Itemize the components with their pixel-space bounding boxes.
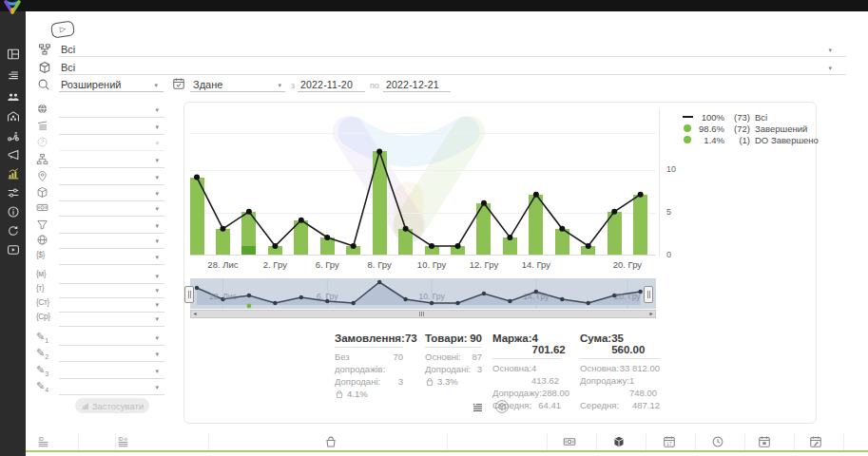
stat-subrow: Допродані:3 xyxy=(425,363,482,375)
side-filter-select[interactable]: ▾ xyxy=(59,283,164,298)
legend-count: (1) xyxy=(724,135,750,145)
banknote-icon xyxy=(36,201,48,214)
stat-header-value: 73 xyxy=(405,332,417,344)
stat-header: Маржа:4 701.62 xyxy=(492,332,561,359)
stat-column-4: Сума:35 560.00Основна:33 812.00Допродажу… xyxy=(580,332,660,411)
scroll-right-arrow-icon[interactable]: ▸ xyxy=(646,310,656,318)
sidebar-item-orders[interactable] xyxy=(0,67,26,85)
sidebar-item-info[interactable] xyxy=(0,203,26,220)
side-filter-select[interactable]: ▾ xyxy=(59,312,164,327)
stat-subrow-value: 3 xyxy=(477,363,482,375)
navigator-chart[interactable]: 28. Лис6. Гру10. Гру14. Гру20. Гру xyxy=(190,278,656,309)
chevron-down-icon: ▾ xyxy=(155,384,159,390)
stat-subrow-value: 3 xyxy=(398,375,403,388)
side-filter-select[interactable]: ▾ xyxy=(59,153,164,168)
date-from-input[interactable]: 2022-11-20 xyxy=(298,78,365,92)
stat-header: Сума:35 560.00 xyxy=(580,332,660,359)
sidebar-item-marketing[interactable] xyxy=(0,146,26,163)
column-separator xyxy=(115,433,116,450)
underline xyxy=(383,90,451,92)
chevron-down-icon: ▾ xyxy=(828,65,832,71)
brand-logo-icon[interactable] xyxy=(3,0,22,15)
stat-subrow-label: Основна: xyxy=(492,362,531,387)
date-type-value: Здане xyxy=(193,79,222,90)
filter-row-1-select[interactable]: Всі ▾ xyxy=(59,43,846,57)
side-filter-row-8: ▾ xyxy=(34,218,167,235)
chart-axis-line xyxy=(659,109,660,256)
sidebar-item-analytics[interactable] xyxy=(0,165,26,182)
stat-header: Замовлення:73 xyxy=(335,332,403,348)
video-tutorial-button[interactable]: ▷ xyxy=(50,20,75,38)
bar-segment-do xyxy=(241,246,256,255)
side-filter-select[interactable]: ▾ xyxy=(59,364,164,379)
legend-item[interactable]: 100%(73)Всі xyxy=(681,111,767,123)
underline xyxy=(59,73,846,75)
column-separator xyxy=(744,433,745,450)
side-filter-select[interactable]: ▾ xyxy=(59,186,164,201)
sidebar-item-warehouse[interactable] xyxy=(0,108,26,125)
chevron-down-icon: ▾ xyxy=(155,140,159,146)
navigator-left-handle[interactable] xyxy=(184,286,194,303)
side-filter-row-2: ▾ xyxy=(34,120,167,136)
toggle-report-view[interactable] xyxy=(472,401,484,418)
stat-subrow: Допродажу:1 748.00 xyxy=(580,374,660,399)
chevron-down-icon: ▾ xyxy=(155,315,159,322)
search-mode-select[interactable]: Розширений ▾ xyxy=(59,78,164,92)
side-filter-select[interactable]: ▾ xyxy=(59,250,164,265)
side-filter-row-1: ▾ xyxy=(34,103,167,119)
id-lines-icon: ID xyxy=(38,435,51,448)
bar-segment-done xyxy=(633,195,647,255)
sidebar-item-delivery[interactable] xyxy=(0,127,26,144)
globe-solid-icon xyxy=(36,103,48,115)
date-type-select[interactable]: Здане ▾ xyxy=(190,78,285,92)
scroll-grip[interactable] xyxy=(415,312,427,316)
navigator-right-handle[interactable] xyxy=(644,286,653,303)
legend-label: DO Завершено xyxy=(755,135,819,145)
side-filter-row-4: ▾ xyxy=(34,153,167,169)
bar-segment-done xyxy=(555,229,569,255)
sidebar-item-settings[interactable] xyxy=(0,184,26,201)
bar-segment-done xyxy=(294,220,308,255)
side-filter-select[interactable]: ▾ xyxy=(59,201,164,217)
side-filter-select[interactable]: ▾ xyxy=(59,136,164,151)
sitemap-icon xyxy=(36,153,48,165)
pencil:3-icon: ✎3 xyxy=(36,364,48,377)
toggle-product-view[interactable] xyxy=(494,399,510,418)
side-filter-row-16: ✎2▾ xyxy=(34,347,167,363)
video-play-icon xyxy=(7,243,20,256)
side-filter-select[interactable]: ▾ xyxy=(59,103,164,118)
apply-button-label: Застосувати xyxy=(92,401,144,411)
side-filter-select[interactable]: ▾ xyxy=(59,297,164,313)
date-to-input[interactable]: 2022-12-21 xyxy=(383,78,451,92)
side-filter-row-5: ▾ xyxy=(34,170,167,186)
chevron-down-icon: ▾ xyxy=(155,190,159,197)
text:{т}-icon: {т} xyxy=(36,283,44,293)
bar-segment-done xyxy=(608,212,622,255)
sidebar-item-sync[interactable] xyxy=(0,222,26,239)
filter-row-2-select[interactable]: Всі ▾ xyxy=(59,61,846,75)
search-icon xyxy=(37,78,50,91)
sidebar-item-dashboard[interactable] xyxy=(0,46,26,63)
side-filter-select[interactable]: ▾ xyxy=(59,347,164,362)
side-filter-select[interactable]: ▾ xyxy=(59,331,164,346)
side-filter-select[interactable]: ▾ xyxy=(59,380,164,395)
apply-button[interactable]: Застосувати xyxy=(75,398,149,413)
chevron-down-icon: ▾ xyxy=(155,334,159,341)
scroll-left-arrow-icon[interactable]: ◂ xyxy=(190,310,200,318)
side-filter-select[interactable]: ▾ xyxy=(59,234,164,249)
chevron-down-icon: ▾ xyxy=(828,47,832,53)
sliders-icon xyxy=(7,186,20,200)
chevron-down-icon: ▾ xyxy=(155,273,159,279)
column-separator xyxy=(695,433,696,450)
legend-item[interactable]: 1.4%(1)DO Завершено xyxy=(681,134,819,145)
side-filter-select[interactable]: ▾ xyxy=(59,120,164,135)
legend-item[interactable]: 98.6%(72)Завершений xyxy=(681,123,807,134)
underline xyxy=(59,90,164,92)
sidebar-item-video[interactable] xyxy=(0,241,26,258)
side-filter-select[interactable]: ▾ xyxy=(59,269,164,284)
side-filter-select[interactable]: ▾ xyxy=(59,218,164,234)
side-filter-select[interactable]: ▾ xyxy=(59,170,164,185)
date-to-label: по xyxy=(370,81,379,90)
svg-text:ID-o: ID-o xyxy=(118,437,127,442)
sidebar-item-clients[interactable] xyxy=(0,88,26,105)
